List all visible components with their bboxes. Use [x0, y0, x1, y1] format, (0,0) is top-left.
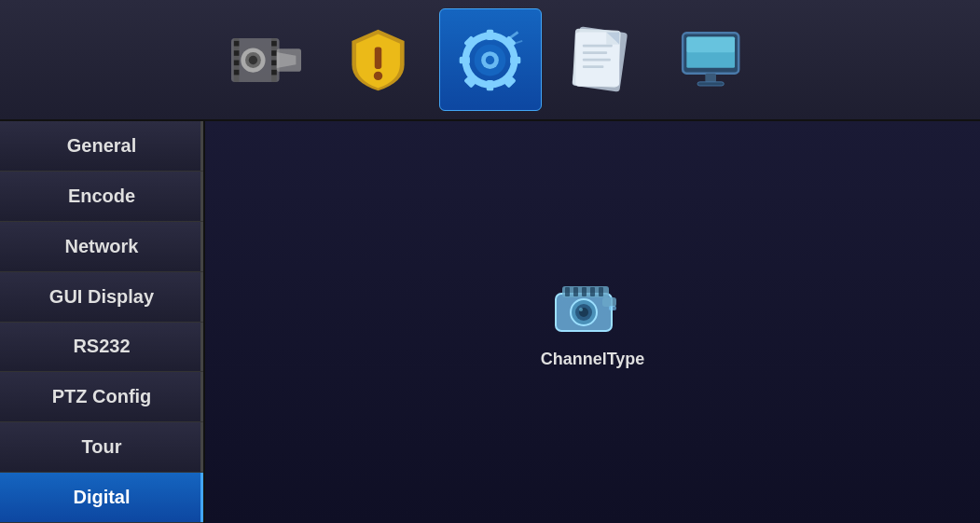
svg-rect-44 — [686, 36, 735, 52]
svg-rect-8 — [271, 50, 277, 56]
svg-rect-57 — [590, 287, 595, 296]
svg-point-13 — [249, 55, 257, 63]
svg-rect-3 — [234, 40, 240, 46]
svg-rect-7 — [271, 40, 277, 46]
content-panel: ChannelType — [205, 121, 980, 523]
svg-rect-54 — [565, 287, 570, 296]
svg-rect-60 — [609, 306, 616, 310]
svg-rect-6 — [234, 69, 240, 75]
svg-rect-46 — [697, 81, 724, 85]
svg-rect-36 — [583, 51, 607, 54]
sidebar-item-label: Encode — [68, 186, 135, 207]
toolbar-item-camera[interactable] — [215, 8, 318, 111]
svg-rect-19 — [487, 29, 494, 39]
sidebar-item-network[interactable]: Network — [0, 222, 203, 272]
sidebar-item-label: Tour — [82, 436, 122, 458]
channel-type-label: ChannelType — [541, 350, 645, 369]
svg-rect-20 — [487, 80, 494, 90]
svg-rect-16 — [375, 47, 382, 68]
svg-rect-45 — [705, 73, 716, 82]
sidebar-item-general[interactable]: General — [0, 121, 203, 172]
gear-settings-icon — [455, 25, 525, 95]
svg-rect-5 — [234, 60, 240, 65]
svg-rect-9 — [271, 60, 277, 65]
svg-rect-35 — [583, 44, 613, 47]
monitor-system-icon — [679, 25, 749, 95]
toolbar-item-storage[interactable] — [551, 8, 654, 111]
sidebar-item-encode[interactable]: Encode — [0, 172, 203, 222]
svg-point-17 — [374, 71, 382, 79]
storage-notes-icon — [567, 25, 637, 95]
sidebar-item-gui-display[interactable]: GUI Display — [0, 272, 203, 323]
sidebar-item-label: General — [67, 135, 136, 157]
sidebar-item-label: RS232 — [73, 336, 130, 357]
svg-point-29 — [486, 55, 494, 63]
sidebar-item-digital[interactable]: Digital — [0, 473, 203, 523]
svg-rect-37 — [583, 58, 611, 61]
svg-rect-59 — [602, 297, 616, 307]
toolbar-item-settings[interactable] — [439, 8, 542, 111]
top-toolbar — [0, 0, 980, 121]
channel-type-icon — [551, 275, 635, 340]
svg-rect-58 — [599, 287, 603, 296]
toolbar-item-system[interactable] — [663, 8, 766, 111]
channel-type-button[interactable]: ChannelType — [541, 275, 645, 369]
svg-point-52 — [579, 308, 583, 311]
svg-rect-21 — [460, 56, 470, 63]
svg-rect-56 — [582, 287, 587, 296]
sidebar: General Encode Network GUI Display RS232… — [0, 121, 205, 523]
svg-line-30 — [509, 32, 518, 38]
sidebar-item-label: Network — [65, 236, 139, 257]
shield-alarm-icon — [343, 25, 413, 95]
toolbar-item-alarm[interactable] — [327, 8, 430, 111]
sidebar-item-label: GUI Display — [49, 286, 154, 308]
sidebar-item-tour[interactable]: Tour — [0, 422, 203, 473]
camera-icon — [231, 25, 301, 95]
svg-rect-4 — [234, 50, 240, 56]
svg-rect-38 — [583, 65, 604, 68]
svg-rect-22 — [510, 56, 520, 63]
svg-rect-55 — [573, 287, 578, 296]
sidebar-item-label: PTZ Config — [52, 386, 152, 407]
sidebar-item-label: Digital — [73, 487, 130, 508]
sidebar-item-rs232[interactable]: RS232 — [0, 323, 203, 373]
main-content: General Encode Network GUI Display RS232… — [0, 121, 980, 523]
svg-rect-10 — [271, 69, 277, 75]
sidebar-item-ptz-config[interactable]: PTZ Config — [0, 372, 203, 422]
